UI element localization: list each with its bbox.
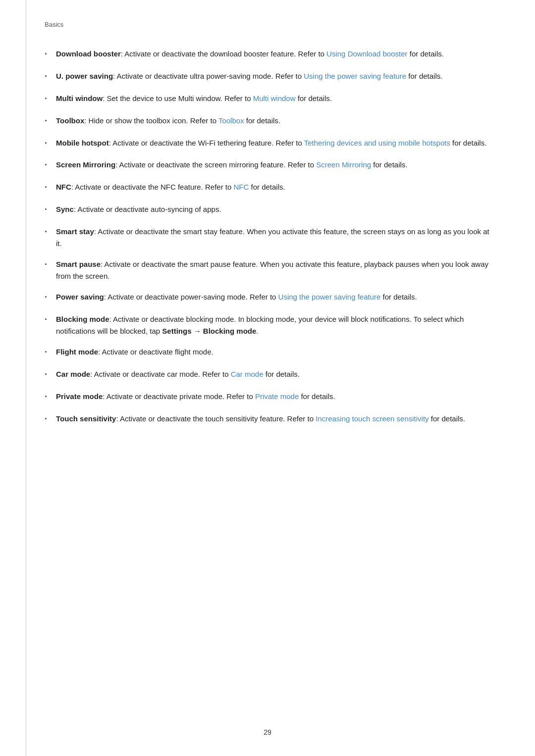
- bullet-text-u-power-saving: U. power saving: Activate or deactivate …: [56, 70, 495, 82]
- list-item: ·Multi window: Set the device to use Mul…: [45, 93, 495, 106]
- bullet-dot: ·: [45, 114, 47, 128]
- list-item: ·Toolbox: Hide or show the toolbox icon.…: [45, 115, 495, 128]
- list-item: ·Download booster: Activate or deactivat…: [45, 48, 495, 61]
- bullet-text-screen-mirroring: Screen Mirroring: Activate or deactivate…: [56, 159, 495, 171]
- list-item: ·Screen Mirroring: Activate or deactivat…: [45, 159, 495, 172]
- bullet-dot: ·: [45, 258, 47, 272]
- list-item: ·Touch sensitivity: Activate or deactiva…: [45, 413, 495, 426]
- list-item: ·Mobile hotspot: Activate or deactivate …: [45, 137, 495, 151]
- bullet-dot: ·: [45, 158, 47, 172]
- list-item: ·NFC: Activate or deactivate the NFC fea…: [45, 181, 495, 195]
- bullet-text-car-mode: Car mode: Activate or deactivate car mod…: [56, 368, 495, 380]
- list-item: ·Car mode: Activate or deactivate car mo…: [45, 368, 495, 382]
- bullet-dot: ·: [45, 92, 47, 106]
- bullet-text-nfc: NFC: Activate or deactivate the NFC feat…: [56, 181, 495, 193]
- bullet-dot: ·: [45, 137, 47, 151]
- bullet-text-touch-sensitivity: Touch sensitivity: Activate or deactivat…: [56, 413, 495, 425]
- bullet-dot: ·: [45, 313, 47, 327]
- list-item: ·Flight mode: Activate or deactivate fli…: [45, 346, 495, 359]
- link-touch-sensitivity[interactable]: Increasing touch screen sensitivity: [316, 414, 428, 423]
- bullet-text-multi-window: Multi window: Set the device to use Mult…: [56, 93, 495, 104]
- header-label: Basics: [45, 21, 63, 28]
- page-header: Basics: [40, 20, 495, 28]
- bullet-text-private-mode: Private mode: Activate or deactivate pri…: [56, 391, 495, 403]
- bullet-text-sync: Sync: Activate or deactivate auto-syncin…: [56, 203, 495, 215]
- bullet-dot: ·: [45, 346, 47, 359]
- list-item: ·U. power saving: Activate or deactivate…: [45, 70, 495, 84]
- link-private-mode[interactable]: Private mode: [255, 392, 299, 401]
- bullet-text-power-saving: Power saving: Activate or deactivate pow…: [56, 291, 495, 303]
- link-multi-window[interactable]: Multi window: [253, 94, 296, 102]
- bullet-dot: ·: [45, 390, 47, 404]
- bullet-dot: ·: [45, 225, 47, 239]
- bullet-text-toolbox: Toolbox: Hide or show the toolbox icon. …: [56, 115, 495, 127]
- bullet-dot: ·: [45, 48, 47, 61]
- bullet-dot: ·: [45, 412, 47, 426]
- bullet-text-smart-stay: Smart stay: Activate or deactivate the s…: [56, 226, 495, 250]
- page-container: Basics ·Download booster: Activate or de…: [0, 0, 535, 756]
- link-power-saving[interactable]: Using the power saving feature: [278, 293, 381, 301]
- left-border: [26, 0, 26, 756]
- list-item: ·Smart stay: Activate or deactivate the …: [45, 226, 495, 250]
- link-toolbox[interactable]: Toolbox: [218, 116, 244, 125]
- bullet-dot: ·: [45, 368, 47, 382]
- bullet-dot: ·: [45, 203, 47, 217]
- link-nfc[interactable]: NFC: [234, 183, 249, 191]
- bullet-dot: ·: [45, 291, 47, 304]
- bullet-text-blocking-mode: Blocking mode: Activate or deactivate bl…: [56, 313, 495, 337]
- page-number: 29: [264, 728, 271, 736]
- bullet-text-mobile-hotspot: Mobile hotspot: Activate or deactivate t…: [56, 137, 495, 149]
- list-item: ·Smart pause: Activate or deactivate the…: [45, 258, 495, 282]
- link-screen-mirroring[interactable]: Screen Mirroring: [316, 160, 371, 169]
- list-item: ·Blocking mode: Activate or deactivate b…: [45, 313, 495, 337]
- link-u-power-saving[interactable]: Using the power saving feature: [304, 72, 406, 80]
- list-item: ·Power saving: Activate or deactivate po…: [45, 291, 495, 304]
- bullet-text-smart-pause: Smart pause: Activate or deactivate the …: [56, 258, 495, 282]
- link-download-booster[interactable]: Using Download booster: [326, 50, 407, 58]
- bullet-dot: ·: [45, 181, 47, 195]
- bullet-dot: ·: [45, 70, 47, 84]
- bullet-text-download-booster: Download booster: Activate or deactivate…: [56, 48, 495, 60]
- bullet-text-flight-mode: Flight mode: Activate or deactivate flig…: [56, 346, 495, 358]
- bullet-list: ·Download booster: Activate or deactivat…: [45, 48, 495, 426]
- link-mobile-hotspot[interactable]: Tethering devices and using mobile hotsp…: [304, 139, 450, 147]
- list-item: ·Sync: Activate or deactivate auto-synci…: [45, 203, 495, 217]
- list-item: ·Private mode: Activate or deactivate pr…: [45, 391, 495, 404]
- link-car-mode[interactable]: Car mode: [231, 370, 264, 378]
- content-area: ·Download booster: Activate or deactivat…: [40, 48, 495, 426]
